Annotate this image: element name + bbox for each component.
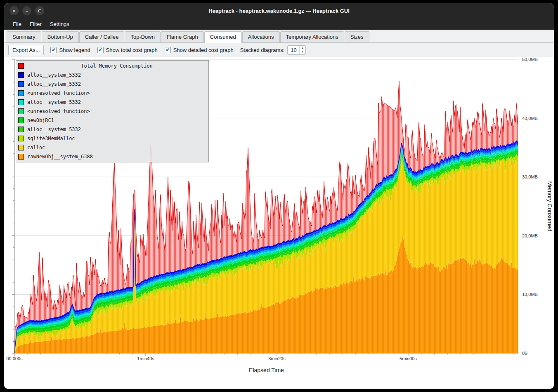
menu-bar: FileFilterSettings bbox=[4, 18, 554, 30]
legend-item: newObjRC1 bbox=[16, 116, 208, 125]
svg-text:30,0MB: 30,0MB bbox=[522, 174, 538, 179]
tab-summary[interactable]: Summary bbox=[7, 31, 41, 42]
checkbox-box-icon[interactable]: ✔ bbox=[97, 47, 104, 53]
menu-item-settings[interactable]: Settings bbox=[46, 19, 73, 29]
toolbar-checkboxes: ✔Show legend✔Show total cost graph✔Show … bbox=[50, 47, 233, 53]
spinbox-buttons: ▲▼ bbox=[299, 46, 305, 54]
chart-legend: Total Memory Consumptionalloc__system_53… bbox=[16, 60, 209, 162]
close-icon: ✕ bbox=[12, 9, 16, 13]
legend-item-label: newObjRC1 bbox=[27, 117, 54, 123]
legend-color-swatch bbox=[18, 154, 24, 160]
svg-text:1min40s: 1min40s bbox=[137, 356, 154, 361]
checkbox-show-legend[interactable]: ✔Show legend bbox=[50, 47, 90, 53]
stacked-diagrams-label: Stacked diagrams: bbox=[240, 47, 285, 53]
svg-text:00.000s: 00.000s bbox=[6, 356, 23, 361]
legend-item-label: calloc bbox=[27, 145, 45, 150]
checkbox-show-total-cost-graph[interactable]: ✔Show total cost graph bbox=[97, 47, 158, 53]
svg-text:Elapsed Time: Elapsed Time bbox=[249, 367, 284, 373]
stacked-diagrams-control: Stacked diagrams: 10 ▲▼ bbox=[240, 45, 306, 55]
svg-text:0B: 0B bbox=[522, 351, 527, 356]
window-title: Heaptrack - heaptrack.wakunode.1.gz — He… bbox=[208, 8, 350, 14]
tab-flame-graph[interactable]: Flame Graph bbox=[161, 31, 204, 42]
legend-item: alloc__system_5332 bbox=[16, 98, 208, 107]
heaptrack-window: ✕ – Heaptrack - heaptrack.wakunode.1.gz … bbox=[4, 3, 554, 389]
tab-bottom-up[interactable]: Bottom-Up bbox=[42, 31, 79, 42]
tab-consumed[interactable]: Consumed bbox=[204, 31, 242, 43]
legend-color-swatch bbox=[18, 117, 24, 123]
legend-color-swatch bbox=[18, 108, 24, 114]
legend-color-swatch bbox=[18, 145, 24, 150]
legend-title-row: Total Memory Consumption bbox=[16, 61, 208, 70]
tab-allocations[interactable]: Allocations bbox=[242, 31, 280, 42]
export-as-button[interactable]: Export As... bbox=[8, 45, 44, 55]
svg-text:10,0MB: 10,0MB bbox=[522, 292, 538, 297]
spin-down-button[interactable]: ▼ bbox=[300, 50, 305, 54]
legend-item: alloc__system_5332 bbox=[16, 70, 208, 80]
legend-color-swatch bbox=[18, 72, 24, 78]
legend-color-swatch bbox=[18, 136, 24, 141]
legend-item: calloc bbox=[16, 143, 208, 152]
legend-item-label: sqlite3MemMalloc bbox=[27, 136, 75, 141]
svg-text:Memory Consumed: Memory Consumed bbox=[546, 181, 553, 231]
minimize-icon: – bbox=[26, 9, 28, 13]
spinbox-value: 10 bbox=[288, 46, 299, 54]
tab-bar: SummaryBottom-UpCaller / CalleeTop-DownF… bbox=[4, 30, 554, 43]
legend-color-swatch bbox=[18, 63, 24, 69]
legend-item: alloc__system_5332 bbox=[16, 125, 208, 134]
legend-title: Total Memory Consumption bbox=[27, 63, 206, 69]
toolbar: Export As... ✔Show legend✔Show total cos… bbox=[4, 43, 554, 57]
checkbox-show-detailed-cost-graph[interactable]: ✔Show detailed cost graph bbox=[165, 47, 234, 53]
svg-text:40,0MB: 40,0MB bbox=[522, 116, 538, 121]
tab-sizes[interactable]: Sizes bbox=[345, 31, 369, 42]
maximize-button[interactable] bbox=[35, 6, 44, 15]
tab-temporary-allocations[interactable]: Temporary Allocations bbox=[280, 31, 344, 42]
legend-item-label: alloc__system_5332 bbox=[27, 72, 81, 78]
stacked-diagrams-spinbox[interactable]: 10 ▲▼ bbox=[287, 45, 306, 55]
legend-color-swatch bbox=[18, 99, 24, 105]
spin-up-button[interactable]: ▲ bbox=[300, 46, 305, 50]
title-bar: ✕ – Heaptrack - heaptrack.wakunode.1.gz … bbox=[4, 3, 554, 18]
legend-item: <unresolved function> bbox=[16, 107, 208, 116]
minimize-button[interactable]: – bbox=[22, 6, 31, 15]
legend-item-label: alloc__system_5332 bbox=[27, 81, 81, 87]
legend-item-label: <unresolved function> bbox=[27, 108, 90, 114]
legend-item: alloc__system_5332 bbox=[16, 80, 208, 89]
legend-color-swatch bbox=[18, 127, 24, 132]
tab-top-down[interactable]: Top-Down bbox=[125, 31, 161, 42]
chart-area[interactable]: 0B10,0MB20,0MB30,0MB40,0MB50,0MB00.000s1… bbox=[4, 57, 554, 389]
legend-item: <unresolved function> bbox=[16, 89, 208, 98]
tab-caller-callee[interactable]: Caller / Callee bbox=[79, 31, 125, 42]
checkbox-label: Show total cost graph bbox=[106, 47, 158, 53]
menu-item-file[interactable]: File bbox=[9, 19, 25, 29]
checkbox-box-icon[interactable]: ✔ bbox=[165, 47, 171, 53]
legend-color-swatch bbox=[18, 90, 24, 96]
maximize-icon bbox=[38, 9, 41, 12]
window-controls: ✕ – bbox=[9, 6, 44, 15]
legend-item-label: rawNewObj__system_6388 bbox=[27, 154, 93, 160]
legend-color-swatch bbox=[18, 81, 24, 87]
legend-item-label: alloc__system_5332 bbox=[27, 99, 81, 105]
svg-text:50,0MB: 50,0MB bbox=[522, 57, 538, 62]
svg-text:3min20s: 3min20s bbox=[268, 356, 286, 361]
legend-item-label: alloc__system_5332 bbox=[27, 127, 81, 132]
menu-item-filter[interactable]: Filter bbox=[26, 19, 45, 29]
legend-item: sqlite3MemMalloc bbox=[16, 134, 208, 143]
legend-item-label: <unresolved function> bbox=[27, 90, 90, 96]
checkbox-label: Show legend bbox=[59, 47, 90, 53]
checkbox-box-icon[interactable]: ✔ bbox=[50, 47, 57, 53]
checkbox-label: Show detailed cost graph bbox=[173, 47, 234, 53]
close-button[interactable]: ✕ bbox=[9, 6, 19, 15]
legend-item: rawNewObj__system_6388 bbox=[16, 152, 208, 161]
svg-text:5min00s: 5min00s bbox=[400, 356, 417, 361]
svg-text:20,0MB: 20,0MB bbox=[522, 233, 538, 238]
